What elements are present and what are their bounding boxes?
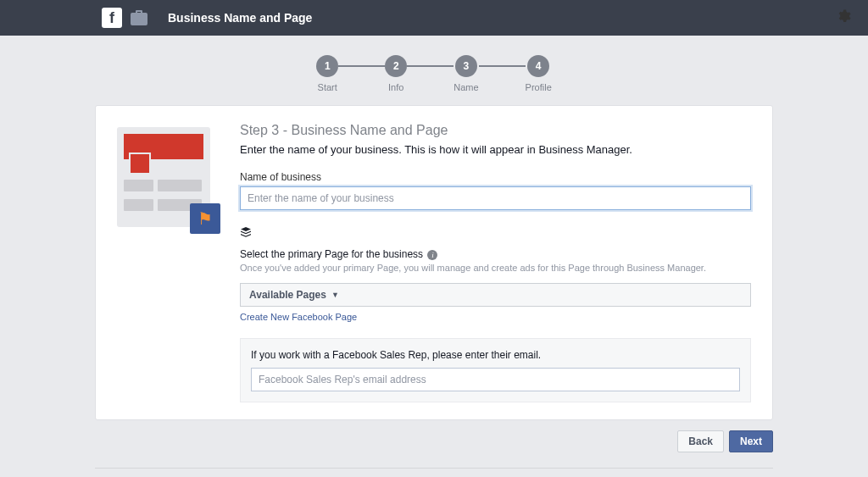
primary-page-help: Once you've added your primary Page, you… (240, 262, 751, 275)
primary-page-label: Select the primary Page for the business… (240, 248, 751, 260)
pages-stack-icon (240, 227, 252, 241)
step-1: 1 Start (316, 55, 338, 92)
info-icon[interactable]: i (427, 250, 437, 260)
topbar-title: Business Name and Page (168, 11, 312, 25)
step-3: 3 Name (453, 55, 478, 92)
topbar-left: f Business Name and Page (102, 8, 312, 28)
next-button[interactable]: Next (729, 430, 773, 452)
step-circle: 4 (527, 55, 549, 77)
step-label: Start (318, 82, 337, 92)
step-line (407, 65, 453, 67)
step-circle: 3 (455, 55, 477, 77)
step-line (338, 65, 385, 67)
step-2: 2 Info (385, 55, 407, 92)
sales-rep-label: If you work with a Facebook Sales Rep, p… (251, 349, 740, 361)
briefcase-icon[interactable] (129, 8, 149, 28)
page-illustration: ⚑ (117, 123, 219, 402)
step-description: Enter the name of your business. This is… (240, 143, 751, 156)
button-row: Back Next (95, 430, 773, 452)
business-name-input[interactable] (240, 186, 751, 210)
primary-page-label-text: Select the primary Page for the business (240, 248, 423, 260)
step-circle: 1 (316, 55, 338, 77)
step-4: 4 Profile (526, 55, 552, 92)
available-pages-dropdown[interactable]: Available Pages ▼ (240, 283, 751, 307)
main-card: ⚑ Step 3 - Business Name and Page Enter … (95, 105, 773, 420)
gear-icon[interactable] (836, 8, 851, 28)
topbar: f Business Name and Page (0, 0, 868, 36)
sales-rep-box: If you work with a Facebook Sales Rep, p… (240, 338, 751, 402)
back-button[interactable]: Back (677, 430, 724, 452)
step-circle: 2 (385, 55, 407, 77)
step-label: Profile (526, 82, 552, 92)
chevron-down-icon: ▼ (331, 291, 339, 299)
stepper: 1 Start 2 Info 3 Name 4 Profile (95, 48, 773, 105)
step-label: Info (388, 82, 403, 92)
step-line (479, 65, 526, 67)
create-new-page-link[interactable]: Create New Facebook Page (240, 312, 357, 322)
content-area: Step 3 - Business Name and Page Enter th… (240, 123, 751, 402)
facebook-logo-icon[interactable]: f (102, 8, 122, 28)
step-title: Step 3 - Business Name and Page (240, 123, 751, 138)
flag-badge-icon: ⚑ (190, 203, 220, 234)
step-label: Name (453, 82, 478, 92)
dropdown-label: Available Pages (249, 289, 326, 301)
footer: Facebook Developers Privacy Terms Cookie… (95, 468, 773, 477)
sales-rep-email-input[interactable] (251, 368, 740, 391)
business-name-label: Name of business (240, 171, 751, 183)
